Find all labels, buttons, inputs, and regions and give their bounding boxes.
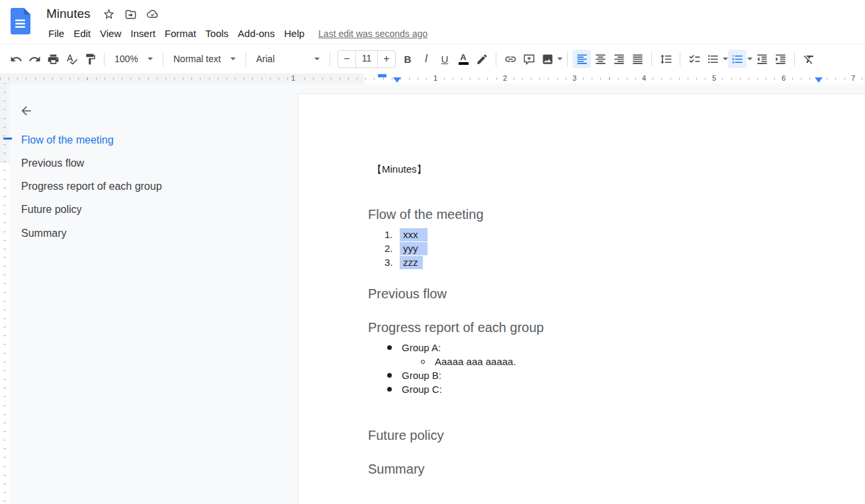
align-justify-button[interactable] bbox=[628, 50, 647, 68]
ruler-label: 7 bbox=[849, 73, 857, 83]
toolbar-separator bbox=[163, 52, 163, 66]
checklist-button[interactable] bbox=[685, 50, 704, 68]
selected-text[interactable]: yyy bbox=[400, 242, 428, 255]
selected-text[interactable]: xxx bbox=[400, 228, 428, 241]
doc-heading-summary[interactable]: Summary bbox=[368, 460, 425, 478]
font-size-control: − 11 + bbox=[338, 50, 396, 68]
text-color-swatch bbox=[459, 62, 469, 65]
left-indent-marker[interactable] bbox=[393, 77, 401, 83]
numbered-list-caret[interactable] bbox=[747, 58, 752, 60]
right-indent-marker[interactable] bbox=[815, 77, 823, 83]
bulleted-list-button[interactable] bbox=[704, 50, 722, 68]
align-right-button[interactable] bbox=[610, 50, 628, 68]
decrease-font-size-button[interactable]: − bbox=[338, 53, 355, 65]
insert-image-button[interactable] bbox=[538, 50, 557, 68]
decrease-indent-button[interactable] bbox=[752, 50, 771, 68]
menu-tools[interactable]: Tools bbox=[201, 26, 233, 41]
menu-view[interactable]: View bbox=[95, 26, 126, 41]
content-area: Flow of the meeting Previous flow Progre… bbox=[0, 83, 865, 504]
increase-indent-button[interactable] bbox=[771, 50, 790, 68]
menu-help[interactable]: Help bbox=[279, 26, 309, 41]
last-edit-link[interactable]: Last edit was seconds ago bbox=[318, 28, 428, 39]
doc-heading-flow[interactable]: Flow of the meeting bbox=[368, 206, 484, 223]
document-page[interactable]: 【Minutes】 Flow of the meeting 1.xxx 2.yy… bbox=[298, 93, 865, 504]
line-spacing-button[interactable] bbox=[657, 50, 675, 68]
clear-formatting-button[interactable] bbox=[799, 50, 818, 68]
menu-format[interactable]: Format bbox=[160, 26, 201, 41]
outline-item-future-policy[interactable]: Future policy bbox=[21, 202, 82, 217]
bullet-marker bbox=[387, 387, 392, 392]
align-center-button[interactable] bbox=[591, 50, 610, 68]
selected-text[interactable]: zzz bbox=[400, 256, 423, 269]
menu-addons[interactable]: Add-ons bbox=[233, 26, 279, 41]
vertical-ruler-ticks bbox=[3, 83, 6, 504]
numbered-list-item[interactable]: 1.xxx bbox=[368, 228, 428, 241]
underline-button[interactable]: U bbox=[435, 50, 454, 68]
doc-heading-progress[interactable]: Progress report of each group bbox=[368, 319, 544, 336]
chevron-down-icon bbox=[230, 58, 236, 60]
list-number: 2. bbox=[368, 241, 400, 255]
outline-item-summary[interactable]: Summary bbox=[21, 226, 66, 241]
numbered-list-button[interactable] bbox=[728, 50, 747, 68]
add-comment-button[interactable] bbox=[520, 50, 538, 68]
arrow-back-icon bbox=[19, 104, 33, 118]
star-icon[interactable] bbox=[103, 8, 115, 21]
bullet-marker bbox=[387, 345, 392, 350]
undo-button[interactable] bbox=[7, 50, 25, 68]
ruler-label: 2 bbox=[501, 73, 509, 83]
ruler-label: 1 bbox=[432, 73, 439, 83]
print-button[interactable] bbox=[44, 50, 62, 68]
font-family-select[interactable]: Arial bbox=[251, 51, 325, 67]
italic-button[interactable]: I bbox=[417, 50, 435, 68]
menu-insert[interactable]: Insert bbox=[126, 26, 160, 41]
toolbar-separator bbox=[104, 52, 105, 66]
bold-button[interactable]: B bbox=[398, 50, 417, 68]
bullet-list-item[interactable]: Group B: bbox=[387, 368, 441, 382]
toolbar-separator bbox=[794, 52, 795, 66]
insert-link-button[interactable] bbox=[501, 50, 520, 68]
paragraph-style-select[interactable]: Normal text bbox=[168, 51, 241, 67]
bullet-list-item[interactable]: Group C: bbox=[387, 382, 442, 396]
menu-edit[interactable]: Edit bbox=[69, 26, 95, 41]
close-outline-button[interactable] bbox=[17, 102, 34, 119]
doc-heading-future[interactable]: Future policy bbox=[368, 427, 444, 444]
toolbar-separator bbox=[567, 52, 568, 66]
outline-item-progress-report[interactable]: Progress report of each group bbox=[21, 179, 162, 194]
bullet-list-subitem[interactable]: Aaaaa aaa aaaaa. bbox=[421, 355, 516, 368]
vertical-ruler bbox=[0, 83, 9, 504]
horizontal-ruler: 1 1 2 3 4 5 6 7 bbox=[0, 73, 865, 83]
outline-item-flow-of-the-meeting[interactable]: Flow of the meeting bbox=[21, 133, 114, 147]
list-number: 1. bbox=[368, 228, 400, 241]
increase-font-size-button[interactable]: + bbox=[378, 53, 395, 65]
ruler-label: 3 bbox=[570, 73, 578, 83]
bullet-marker bbox=[421, 360, 425, 364]
save-status-cloud-icon[interactable] bbox=[146, 8, 159, 21]
toolbar-separator bbox=[680, 52, 680, 66]
ruler-label: 4 bbox=[640, 73, 648, 83]
paint-format-button[interactable] bbox=[81, 50, 99, 68]
doc-intro-line[interactable]: 【Minutes】 bbox=[372, 162, 427, 176]
outline-active-indicator bbox=[3, 138, 12, 140]
outline-item-previous-flow[interactable]: Previous flow bbox=[21, 156, 84, 171]
numbered-list-item[interactable]: 3.zzz bbox=[368, 255, 423, 269]
numbered-list-item[interactable]: 2.yyy bbox=[368, 241, 428, 255]
google-docs-logo-icon[interactable] bbox=[11, 8, 30, 34]
spell-check-button[interactable] bbox=[62, 50, 81, 68]
chevron-down-icon bbox=[148, 58, 153, 60]
app-header: Minutes File Edit View Insert Format Too… bbox=[0, 0, 865, 44]
first-line-indent-marker[interactable] bbox=[378, 74, 387, 77]
bulleted-list-caret[interactable] bbox=[723, 58, 728, 60]
zoom-select[interactable]: 100% bbox=[109, 51, 158, 67]
doc-heading-previous[interactable]: Previous flow bbox=[368, 285, 447, 302]
text-color-button[interactable]: A bbox=[454, 50, 473, 68]
document-title[interactable]: Minutes bbox=[44, 5, 93, 22]
font-size-field[interactable]: 11 bbox=[355, 50, 378, 68]
highlight-color-button[interactable] bbox=[473, 50, 491, 68]
align-left-button[interactable] bbox=[572, 50, 591, 68]
toolbar-separator bbox=[496, 52, 496, 66]
menu-file[interactable]: File bbox=[44, 26, 69, 41]
image-options-caret[interactable] bbox=[557, 58, 563, 60]
bullet-list-item[interactable]: Group A: bbox=[387, 341, 441, 355]
move-to-folder-icon[interactable] bbox=[124, 8, 137, 21]
redo-button[interactable] bbox=[25, 50, 44, 68]
